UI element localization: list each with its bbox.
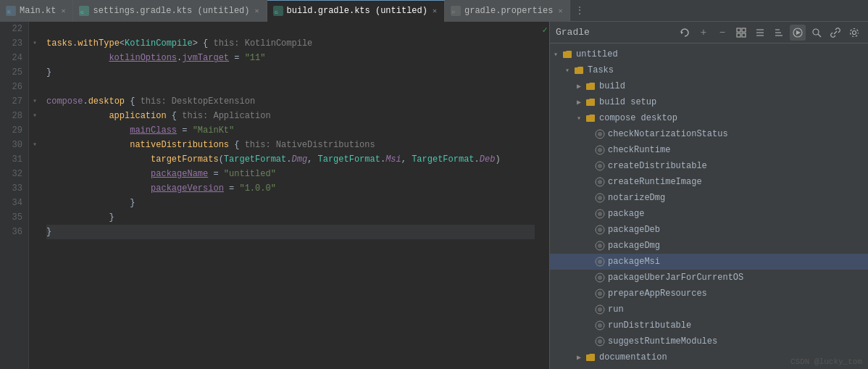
minus-icon: −	[719, 27, 725, 38]
tree-item-packageDmg[interactable]: packageDmg	[550, 238, 868, 254]
gradle-link-button[interactable]	[827, 25, 843, 41]
fold-line-24	[29, 51, 41, 65]
line-numbers: 22 23 24 25 26 27 28 29 30 31 32 33 34 3…	[0, 22, 29, 369]
tree-item-run[interactable]: run	[550, 302, 868, 318]
tab-overflow-button[interactable]: ⋮	[570, 4, 589, 17]
tree-item-packageMsi[interactable]: packageMsi	[550, 254, 868, 270]
run-icon	[793, 28, 803, 38]
tree-item-suggestRuntimeModules[interactable]: suggestRuntimeModules	[550, 333, 868, 349]
tab-close-main-kt[interactable]: ✕	[59, 6, 67, 16]
tree-item-compose-desktop[interactable]: ▾ compose desktop	[550, 110, 868, 126]
svg-point-50	[598, 323, 602, 328]
tree-item-packageDeb[interactable]: packageDeb	[550, 222, 868, 238]
fold-line-23[interactable]: ▾	[29, 36, 41, 51]
tree-item-packageUberJar[interactable]: packageUberJarForCurrentOS	[550, 270, 868, 286]
tab-build-gradle[interactable]: G build.gradle.kts (untitled) ✕	[267, 0, 445, 22]
fold-line-32	[29, 167, 41, 181]
gradle-header: Gradle + −	[550, 22, 868, 43]
folder-icon-compose-desktop	[585, 112, 596, 124]
tree-item-untitled[interactable]: ▾ untitled	[550, 46, 868, 62]
tree-label-runDistributable: runDistributable	[608, 320, 868, 331]
tree-arrow-compose-desktop: ▾	[573, 114, 585, 123]
tree-item-checkNotarizationStatus[interactable]: checkNotarizationStatus	[550, 126, 868, 142]
tree-label-suggestRuntimeModules: suggestRuntimeModules	[608, 336, 868, 347]
tree-label-createDistributable: createDistributable	[608, 161, 868, 171]
tree-label-packageMsi: packageMsi	[608, 257, 868, 267]
svg-rect-9	[737, 28, 740, 32]
fold-line-28[interactable]: ▾	[29, 109, 41, 123]
tree-item-tasks[interactable]: ▾ Tasks	[550, 62, 868, 78]
svg-point-21	[813, 29, 819, 35]
tab-close-properties[interactable]: ✕	[556, 6, 564, 16]
tab-gradle-properties[interactable]: P gradle.properties ✕	[445, 0, 570, 22]
svg-point-48	[598, 307, 602, 312]
plus-icon: +	[701, 27, 706, 38]
watermark: CSDN @lucky_tom	[790, 357, 862, 366]
tree-label-prepareAppResources: prepareAppResources	[608, 289, 868, 299]
gradle-search-button[interactable]	[809, 25, 825, 41]
gradle-settings-button[interactable]	[846, 25, 862, 41]
svg-point-40	[598, 244, 602, 248]
tree-item-createDistributable[interactable]: createDistributable	[550, 158, 868, 174]
code-line-22	[46, 22, 535, 36]
editor-area: 22 23 24 25 26 27 28 29 30 31 32 33 34 3…	[0, 22, 541, 369]
link-icon	[830, 28, 840, 38]
tab-label: settings.gradle.kts (untitled)	[93, 6, 249, 16]
code-line-27: compose.desktop { this: DesktopExtension	[46, 94, 535, 109]
svg-point-38	[598, 228, 602, 232]
gradle-tree[interactable]: ▾ untitled ▾ Tasks ▶ build	[550, 43, 868, 369]
folder-icon-tasks	[573, 65, 585, 76]
gradle-add-button[interactable]: +	[696, 25, 711, 41]
gradle-toolbar: + −	[677, 25, 862, 41]
tree-label-packageDmg: packageDmg	[608, 241, 868, 251]
svg-point-42	[598, 260, 602, 264]
code-content[interactable]: tasks.withType<KotlinCompile> { this: Ko…	[41, 22, 535, 369]
editor-scrollbar[interactable]	[535, 22, 541, 369]
tree-label-notarizeDmg: notarizeDmg	[608, 193, 868, 203]
kotlin-file-icon: K	[6, 6, 16, 16]
fold-line-25	[29, 65, 41, 80]
fold-line-36	[29, 225, 41, 239]
tree-label-checkNotarizationStatus: checkNotarizationStatus	[608, 129, 868, 139]
tree-item-build-setup[interactable]: ▶ build setup	[550, 94, 868, 110]
code-line-25: }	[46, 65, 535, 80]
gradle-title: Gradle	[556, 27, 677, 38]
svg-point-32	[598, 180, 602, 184]
tab-close-settings[interactable]: ✕	[254, 6, 261, 16]
tree-label-tasks: Tasks	[588, 65, 868, 75]
svg-point-36	[598, 212, 602, 216]
tab-settings-gradle[interactable]: G settings.gradle.kts (untitled) ✕	[73, 0, 267, 22]
fold-line-30[interactable]: ▾	[29, 138, 41, 152]
check-mark-strip: ✓	[541, 22, 549, 369]
tree-item-runDistributable[interactable]: runDistributable	[550, 318, 868, 333]
tree-item-createRuntimeImage[interactable]: createRuntimeImage	[550, 174, 868, 190]
tree-item-build[interactable]: ▶ build	[550, 78, 868, 94]
gradle-sort-button[interactable]	[771, 25, 787, 41]
tree-item-notarizeDmg[interactable]: notarizeDmg	[550, 190, 868, 206]
svg-text:K: K	[7, 9, 12, 15]
search-icon	[811, 28, 822, 38]
folder-icon-build	[585, 80, 596, 92]
check-icon: ✓	[542, 25, 547, 36]
tree-item-package[interactable]: package	[550, 206, 868, 222]
task-icon-prepareAppResources	[595, 289, 605, 299]
tree-label-build-setup: build setup	[599, 97, 868, 107]
gradle-group-button[interactable]	[752, 25, 768, 41]
tree-item-prepareAppResources[interactable]: prepareAppResources	[550, 286, 868, 302]
gradle-run-button[interactable]	[790, 25, 806, 41]
task-icon-notarizeDmg	[595, 193, 605, 203]
tree-item-checkRuntime[interactable]: checkRuntime	[550, 142, 868, 158]
svg-text:P: P	[452, 10, 455, 14]
svg-point-23	[853, 30, 856, 34]
svg-text:G: G	[80, 10, 84, 14]
fold-line-29	[29, 123, 41, 138]
gradle-remove-button[interactable]: −	[714, 25, 730, 41]
svg-rect-11	[737, 33, 740, 37]
gradle-expand-button[interactable]	[733, 25, 749, 41]
tab-main-kt[interactable]: K Main.kt ✕	[0, 0, 73, 22]
fold-line-27[interactable]: ▾	[29, 94, 41, 109]
tab-close-build[interactable]: ✕	[431, 6, 438, 16]
tree-label-compose-desktop: compose desktop	[599, 113, 868, 123]
gradle-refresh-button[interactable]	[677, 25, 693, 41]
group-icon	[755, 28, 765, 38]
